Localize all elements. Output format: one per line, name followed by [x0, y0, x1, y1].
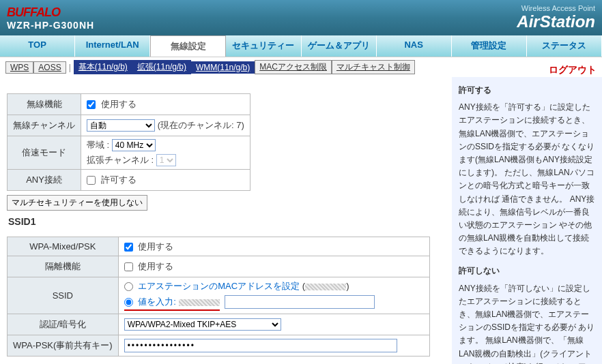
- ssid-mac-radio[interactable]: [124, 282, 133, 291]
- logout-link[interactable]: ログアウト: [549, 64, 597, 76]
- ssid1-table: WPA-Mixed/PSK 使用する 隔離機能 使用する: [7, 237, 430, 357]
- brand-logo: BUFFALO: [7, 5, 94, 20]
- ssid-input[interactable]: [225, 295, 375, 309]
- isolation-use-label[interactable]: 使用する: [124, 261, 174, 271]
- row-label-auth: 認証/暗号化: [8, 314, 119, 335]
- wireless-table: 無線機能 使用する 無線チャンネル 自動 (現在のチャンネル: 7): [7, 93, 250, 191]
- psk-input[interactable]: [124, 339, 397, 352]
- ssid-input-text: 値を入力:: [138, 297, 176, 307]
- main-tab-7[interactable]: ステータス: [527, 35, 602, 57]
- auth-select[interactable]: WPA/WPA2-Mixed TKIP+AES: [124, 318, 281, 331]
- main-tab-5[interactable]: NAS: [377, 35, 452, 57]
- model-name: WZR-HP-G300NH: [7, 20, 94, 31]
- subtab-wmm[interactable]: WMM(11n/g/b): [191, 61, 255, 74]
- product-name: AirStation: [517, 12, 595, 31]
- main-tab-4[interactable]: ゲーム＆アプリ: [302, 35, 377, 57]
- subtab-multi[interactable]: マルチキャスト制御: [332, 60, 415, 74]
- main-tab-3[interactable]: セキュリティー: [226, 35, 301, 57]
- wap-label: Wireless Access Point: [517, 4, 595, 12]
- row-label-any: ANY接続: [8, 170, 81, 191]
- main-tab-0[interactable]: TOP: [0, 35, 75, 57]
- mac-masked: [305, 284, 346, 290]
- wpa-mixed-use-label[interactable]: 使用する: [124, 241, 174, 252]
- header-right: Wireless Access Point AirStation: [517, 4, 595, 31]
- bandwidth-label: 帯域 :: [87, 140, 109, 150]
- side-deny-text: ANY接続を「許可しない」に設定したエアステーションに接続するとき、無線LAN機…: [459, 282, 595, 364]
- ssid-mac-option[interactable]: エアステーションのMACアドレスを設定 (): [124, 281, 349, 291]
- subtab-mac[interactable]: MACアクセス制限: [255, 60, 332, 74]
- any-allow-label[interactable]: 許可する: [87, 175, 137, 185]
- subtab-aoss[interactable]: AOSS: [33, 61, 66, 74]
- ssid-input-radio[interactable]: [124, 298, 133, 307]
- subtab-wps[interactable]: WPS: [5, 61, 33, 74]
- ssid-masked: [179, 299, 220, 306]
- wpa-mixed-use-text: 使用する: [138, 241, 173, 252]
- ssid-input-option[interactable]: 値を入力:: [124, 297, 179, 307]
- any-allow-checkbox[interactable]: [87, 176, 96, 185]
- subtab-sep: |: [66, 63, 74, 72]
- main-tab-2[interactable]: 無線設定: [150, 35, 226, 57]
- ssid-mac-text: エアステーションのMACアドレスを設定: [138, 281, 300, 291]
- isolation-use-text: 使用する: [138, 261, 173, 271]
- row-label-channel: 無線チャンネル: [8, 115, 81, 136]
- ssid-input-row: 値を入力:: [124, 296, 220, 311]
- multi-security-button[interactable]: マルチセキュリティーを使用しない: [7, 195, 147, 211]
- row-label-isolation: 隔離機能: [8, 256, 119, 277]
- ssid1-heading: SSID1: [8, 216, 445, 227]
- main-tab-6[interactable]: 管理設定: [452, 35, 527, 57]
- main-tabs: TOPInternet/LAN無線設定セキュリティーゲーム＆アプリNAS管理設定…: [0, 35, 602, 57]
- ext-ch-select: 1: [156, 154, 176, 166]
- row-label-psk: WPA-PSK(事前共有キー): [8, 335, 119, 357]
- side-deny-heading: 許可しない: [459, 264, 595, 277]
- sub-tabs: WPS AOSS | 基本(11n/g/b) 拡張(11n/g/b) WMM(1…: [0, 57, 602, 77]
- isolation-use-checkbox[interactable]: [124, 262, 133, 271]
- channel-select[interactable]: 自動: [87, 119, 155, 132]
- row-label-double: 倍速モード: [8, 136, 81, 170]
- channel-note: (現在のチャンネル: 7): [158, 120, 244, 130]
- radio-use-label[interactable]: 使用する: [87, 99, 137, 109]
- main-tab-1[interactable]: Internet/LAN: [75, 35, 150, 57]
- row-label-wpa-mixed: WPA-Mixed/PSK: [8, 237, 119, 256]
- app-header: BUFFALO WZR-HP-G300NH Wireless Access Po…: [0, 0, 602, 35]
- side-allow-heading: 許可する: [459, 84, 595, 97]
- radio-use-text: 使用する: [101, 99, 137, 109]
- main-column: 無線機能 使用する 無線チャンネル 自動 (現在のチャンネル: 7): [0, 77, 452, 364]
- any-allow-text: 許可する: [101, 175, 137, 185]
- wpa-mixed-use-checkbox[interactable]: [124, 243, 133, 252]
- ext-ch-label: 拡張チャンネル :: [87, 155, 154, 165]
- row-label-ssid: SSID: [8, 277, 119, 314]
- row-label-radio: 無線機能: [8, 94, 81, 115]
- content: 無線機能 使用する 無線チャンネル 自動 (現在のチャンネル: 7): [0, 77, 602, 364]
- header-left: BUFFALO WZR-HP-G300NH: [7, 5, 94, 31]
- radio-use-checkbox[interactable]: [87, 100, 96, 109]
- side-allow-text: ANY接続を「許可する」に設定したエアステーションに接続するとき、無線LAN機器…: [459, 101, 595, 258]
- subtab-ext[interactable]: 拡張(11n/g/b): [132, 60, 191, 74]
- subtab-basic[interactable]: 基本(11n/g/b): [74, 60, 132, 74]
- bandwidth-select[interactable]: 40 MHz: [112, 139, 156, 151]
- side-column: 許可する ANY接続を「許可する」に設定したエアステーションに接続するとき、無線…: [452, 77, 602, 364]
